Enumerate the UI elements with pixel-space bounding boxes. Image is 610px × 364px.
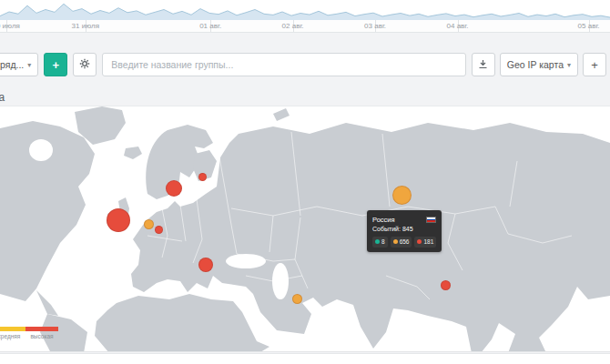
map-tooltip: Россия Событий: 845 8656181 xyxy=(367,210,442,252)
legend-label: средняя xyxy=(0,333,25,339)
severity-chip: 181 xyxy=(414,237,436,248)
map-marker[interactable] xyxy=(198,258,213,272)
map-legend: низкаясредняявысокая xyxy=(0,327,58,339)
legend-item: высокая xyxy=(25,327,58,339)
chevron-down-icon: ▾ xyxy=(567,61,571,69)
geo-ip-map[interactable]: Россия Событий: 845 8656181 низкаясредня… xyxy=(0,106,610,352)
timeline-date-label: 30 июля xyxy=(0,22,20,30)
map-marker[interactable] xyxy=(107,208,130,232)
timeline-area-chart[interactable] xyxy=(0,0,610,20)
timeline-date-label: 01 авг. xyxy=(199,22,221,30)
tooltip-country: Россия xyxy=(372,215,395,225)
map-marker[interactable] xyxy=(166,180,182,197)
severity-dot-icon xyxy=(393,239,398,244)
severity-chip: 8 xyxy=(372,237,388,248)
timeline-area xyxy=(0,4,610,20)
group-sort-label: ряд... xyxy=(0,59,24,70)
tooltip-stats: 8656181 xyxy=(372,237,436,248)
severity-dot-icon xyxy=(417,239,422,244)
world-map xyxy=(0,106,610,352)
map-marker[interactable] xyxy=(292,294,302,304)
continents xyxy=(0,106,610,352)
timeline-date-label: 03 авг. xyxy=(364,22,386,30)
severity-chip: 656 xyxy=(391,237,412,248)
dashboard: 30 июля31 июля01 авг.02 авг.03 авг.04 ав… xyxy=(0,0,610,364)
download-icon xyxy=(478,58,488,72)
group-search-input[interactable] xyxy=(102,53,465,76)
map-marker[interactable] xyxy=(144,219,154,229)
severity-count: 656 xyxy=(400,238,410,247)
add-group-button[interactable]: + xyxy=(44,53,67,76)
legend-item: средняя xyxy=(0,327,25,339)
severity-count: 8 xyxy=(381,238,385,247)
tooltip-header: Россия xyxy=(372,215,436,225)
timeline-date-label: 05 авг. xyxy=(578,22,600,30)
map-toolbar: ряд... ▾ + Geo IP xyxy=(0,33,610,91)
timeline-date-label: 04 авг. xyxy=(447,22,469,30)
legend-label: высокая xyxy=(25,333,58,339)
russia-flag-icon xyxy=(426,217,436,223)
timeline-axis: 30 июля31 июля01 авг.02 авг.03 авг.04 ав… xyxy=(0,20,610,33)
gear-icon xyxy=(79,58,90,72)
plus-icon: + xyxy=(591,58,598,72)
plus-icon: + xyxy=(53,58,60,72)
map-type-select[interactable]: Geo IP карта ▾ xyxy=(500,53,578,76)
map-type-label: Geo IP карта xyxy=(507,59,564,70)
events-timeline-chart[interactable]: 30 июля31 июля01 авг.02 авг.03 авг.04 ав… xyxy=(0,0,610,33)
download-button[interactable] xyxy=(472,53,495,76)
tooltip-events: Событий: 845 xyxy=(372,225,436,235)
toolbar-right-group: Geo IP карта ▾ + xyxy=(472,53,606,76)
timeline-date-label: 02 авг. xyxy=(282,22,304,30)
legend-swatch xyxy=(25,327,58,331)
severity-count: 181 xyxy=(423,238,433,247)
page-title: Карта xyxy=(0,91,585,106)
map-marker[interactable] xyxy=(441,280,451,290)
next-panel xyxy=(0,353,610,364)
timeline-date-label: 31 июля xyxy=(72,22,99,30)
group-settings-button[interactable] xyxy=(73,53,97,76)
group-sort-select[interactable]: ряд... ▾ xyxy=(0,53,38,76)
severity-dot-icon xyxy=(375,239,380,244)
map-marker[interactable] xyxy=(198,173,207,181)
map-marker[interactable] xyxy=(155,226,163,234)
chevron-down-icon: ▾ xyxy=(27,61,31,69)
map-marker[interactable] xyxy=(392,186,412,205)
add-widget-button[interactable]: + xyxy=(583,53,606,76)
legend-swatch xyxy=(0,327,25,331)
